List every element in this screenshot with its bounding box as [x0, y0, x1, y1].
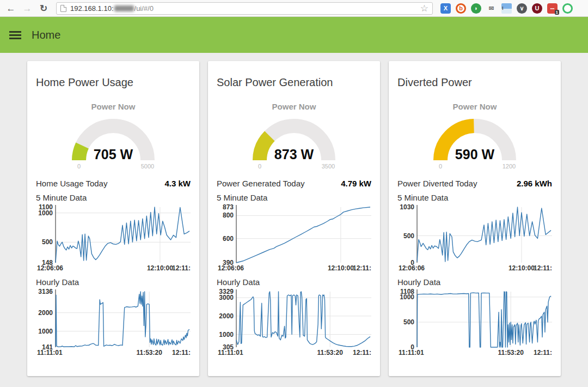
today-row: Power Diverted Today 2.96 kWh: [397, 179, 552, 188]
extension-screenshot-icon[interactable]: I: [501, 3, 512, 14]
data-line: [236, 292, 370, 347]
five-minute-chart-title: 5 Minute Data: [36, 193, 191, 202]
gauge-min: 0: [439, 163, 442, 170]
svg-text:2000: 2000: [38, 309, 53, 317]
gauge-min: 0: [258, 163, 261, 170]
browser-toolbar: ← → ↻ 192.168.1.10:/ui/#/0 ☆ Xb◗✉I∨U•••1: [0, 0, 588, 17]
extension-green-ring-icon[interactable]: [562, 3, 573, 14]
svg-text:11:11:01: 11:11:01: [218, 349, 243, 356]
url-text[interactable]: 192.168.1.10:/ui/#/0: [70, 4, 416, 13]
today-value: 4.3 kW: [164, 179, 191, 188]
page-title: Home: [32, 29, 60, 41]
five-minute-chart: 87380060039012:06:0612:10:0012:11:: [217, 203, 371, 273]
gauge-value: 705 W: [94, 147, 133, 162]
today-row: Home Usage Today 4.3 kW: [36, 179, 191, 188]
dashboard: Home Power Usage Power Now 705 W05000 Ho…: [0, 53, 588, 376]
gauge-label: Power Now: [217, 102, 371, 111]
power-now-gauge: 873 W03500: [217, 113, 371, 170]
svg-text:2000: 2000: [219, 312, 234, 320]
today-value: 4.79 kW: [341, 179, 371, 188]
extension-badge: 1: [555, 10, 559, 15]
gauge-max: 5000: [141, 163, 154, 170]
svg-text:11:53:20: 11:53:20: [498, 349, 524, 356]
gauge-min: 0: [77, 163, 81, 170]
svg-text:12:11:: 12:11:: [534, 349, 552, 356]
gauge-value: 873 W: [274, 147, 314, 162]
gauge-label: Power Now: [397, 102, 552, 111]
svg-text:12:11:: 12:11:: [534, 264, 552, 272]
data-line: [417, 207, 551, 262]
hourly-chart-title: Hourly Data: [397, 277, 552, 287]
extension-pushbullet-icon[interactable]: ◗: [471, 3, 481, 14]
five-minute-chart: 1100100050014812:06:0612:10:0012:11:: [36, 203, 191, 273]
card-solar-power-generation: Solar Power Generation Power Now 873 W03…: [208, 61, 380, 376]
back-icon[interactable]: ←: [4, 4, 18, 13]
svg-text:1000: 1000: [219, 331, 234, 338]
svg-text:12:11:: 12:11:: [353, 349, 371, 356]
hourly-chart: 332930002000100030511:11:0111:53:2012:11…: [217, 287, 371, 357]
extension-mail-icon[interactable]: ✉: [486, 3, 497, 14]
svg-text:12:10:00: 12:10:00: [147, 264, 173, 272]
bookmark-star-icon[interactable]: ☆: [420, 4, 428, 13]
page-icon: [60, 5, 66, 12]
svg-text:11:53:20: 11:53:20: [317, 349, 344, 356]
hourly-chart: 11081000500011:11:0111:53:2012:11:: [397, 287, 552, 357]
five-minute-chart-title: 5 Minute Data: [217, 193, 371, 202]
svg-text:12:06:06: 12:06:06: [218, 264, 244, 272]
svg-text:12:06:06: 12:06:06: [399, 264, 425, 272]
card-diverted-power: Diverted Power Power Now 590 W01200 Powe…: [389, 61, 561, 376]
gauge-max: 3500: [322, 163, 335, 170]
gauge-label: Power Now: [36, 102, 191, 111]
reload-icon[interactable]: ↻: [36, 4, 51, 13]
today-label: Home Usage Today: [36, 179, 107, 188]
svg-text:11:11:01: 11:11:01: [399, 349, 424, 356]
menu-icon[interactable]: [9, 29, 21, 41]
hourly-chart-title: Hourly Data: [36, 277, 191, 287]
today-label: Power Diverted Today: [397, 179, 477, 188]
power-now-gauge: 590 W01200: [397, 113, 552, 170]
svg-text:3000: 3000: [219, 294, 234, 301]
svg-text:3136: 3136: [38, 288, 53, 295]
svg-text:1030: 1030: [400, 203, 414, 211]
extension-pocket-icon[interactable]: ∨: [517, 3, 527, 14]
svg-text:800: 800: [223, 211, 234, 219]
svg-text:1000: 1000: [38, 328, 53, 335]
extension-notifier-icon[interactable]: •••1: [547, 3, 558, 14]
today-value: 2.96 kWh: [517, 179, 552, 188]
five-minute-chart-title: 5 Minute Data: [397, 193, 552, 202]
svg-text:12:11:: 12:11:: [172, 349, 191, 356]
url-redacted-port: [114, 5, 134, 11]
card-home-power-usage: Home Power Usage Power Now 705 W05000 Ho…: [27, 61, 199, 376]
data-line: [56, 207, 189, 263]
url-bar[interactable]: 192.168.1.10:/ui/#/0 ☆: [56, 2, 433, 15]
extension-ublock-icon[interactable]: U: [532, 3, 542, 14]
svg-text:600: 600: [223, 235, 234, 243]
gauge-max: 1200: [503, 163, 516, 170]
data-line: [417, 292, 551, 347]
url-prefix: 192.168.1.10:: [70, 4, 114, 13]
svg-text:500: 500: [42, 238, 53, 246]
today-row: Power Generated Today 4.79 kW: [217, 179, 371, 188]
five-minute-chart: 1030500012:06:0612:10:0012:11:: [397, 203, 552, 273]
gauge-value: 590 W: [455, 147, 495, 162]
gauge-fill: [79, 146, 82, 160]
svg-text:873: 873: [223, 203, 234, 211]
svg-text:12:06:06: 12:06:06: [37, 264, 63, 272]
svg-text:1000: 1000: [400, 293, 414, 301]
svg-text:500: 500: [403, 232, 414, 240]
today-label: Power Generated Today: [217, 179, 305, 188]
extension-b-icon[interactable]: b: [456, 3, 466, 14]
svg-text:12:11:: 12:11:: [353, 264, 371, 272]
hourly-chart: 31362000100014111:11:0111:53:2012:11:: [36, 287, 191, 357]
svg-text:12:10:00: 12:10:00: [328, 264, 354, 272]
data-line: [56, 292, 189, 347]
hourly-chart-title: Hourly Data: [217, 277, 371, 287]
card-title: Solar Power Generation: [217, 76, 371, 89]
card-title: Diverted Power: [397, 76, 552, 89]
svg-text:1000: 1000: [38, 209, 53, 217]
extension-blue-x-icon[interactable]: X: [440, 3, 451, 14]
forward-icon[interactable]: →: [20, 4, 34, 13]
svg-text:12:10:00: 12:10:00: [509, 264, 535, 272]
card-title: Home Power Usage: [36, 76, 191, 89]
gauge-fill: [260, 136, 270, 160]
